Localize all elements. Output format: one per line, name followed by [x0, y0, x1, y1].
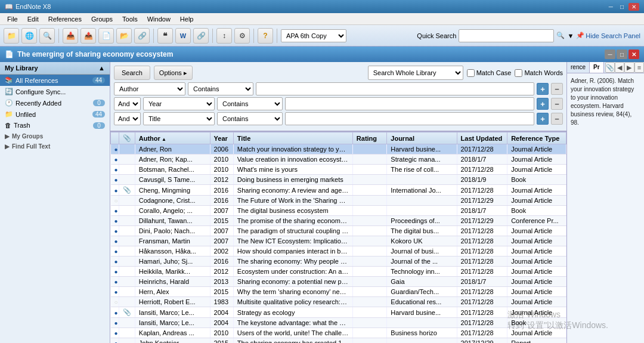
col-header-title[interactable]: Title — [233, 132, 352, 144]
col-header-author[interactable]: Author — [135, 132, 210, 144]
reference-table-container[interactable]: 📎 Author Year Title Rating Journal Last … — [110, 132, 566, 343]
row-title: Sharing economy: a potential new pathway… — [233, 277, 352, 287]
criteria-3-remove-btn[interactable]: − — [551, 113, 563, 125]
toolbar-url-btn[interactable]: 🔗 — [134, 28, 150, 44]
sidebar-item-trash[interactable]: 🗑 Trash 0 — [0, 120, 110, 131]
table-row[interactable]: ● Botsman, Rachel... 2010 What's mine is… — [111, 165, 566, 175]
table-row[interactable]: ○ Codagnone, Crist... 2016 The Future of… — [111, 196, 566, 206]
minimize-button[interactable]: ─ — [606, 3, 615, 11]
criteria-2-add-btn[interactable]: + — [537, 98, 549, 110]
table-row[interactable]: ● Adner, Ron 2006 Match your innovation … — [111, 144, 566, 154]
table-row[interactable]: ● Heinrichs, Harald 2013 Sharing economy… — [111, 277, 566, 287]
table-row[interactable]: ● Adner, Ron; Kap... 2010 Value creation… — [111, 154, 566, 165]
table-row[interactable]: ● Fransman, Martin 2007 The New ICT Ecos… — [111, 236, 566, 246]
quick-search-input[interactable] — [459, 29, 554, 42]
search-execute-button[interactable]: Search — [114, 66, 150, 80]
table-row[interactable]: ● 📎 Cheng, Mingming 2016 Sharing economy… — [111, 185, 566, 196]
sidebar-section-my-groups[interactable]: ▶ My Groups — [0, 131, 110, 141]
sidebar-item-all-references[interactable]: 📚 All References 44 — [0, 75, 110, 86]
toolbar-web-btn[interactable]: 🌐 — [21, 28, 37, 44]
toolbar-export-btn[interactable]: 📤 — [80, 28, 96, 44]
criteria-3-value[interactable] — [285, 112, 534, 125]
menu-references[interactable]: References — [44, 15, 86, 23]
tab-reference[interactable]: rence — [567, 62, 590, 73]
style-select[interactable]: APA 6th Copy APA 6th Chicago — [281, 29, 346, 42]
table-row[interactable]: ● Hern, Alex 2015 Why the term 'sharing … — [111, 287, 566, 297]
criteria-2-value[interactable] — [285, 97, 534, 110]
table-row[interactable]: ● John Koetsier 2015 The sharing economy… — [111, 338, 566, 344]
toolbar-settings-btn[interactable]: ⚙ — [234, 28, 250, 44]
toolbar-sync-btn[interactable]: ↕ — [216, 28, 232, 44]
table-row[interactable]: ● Kaplan, Andreas ... 2010 Users of the … — [111, 328, 566, 338]
menu-window[interactable]: Window — [143, 15, 175, 23]
table-row[interactable]: ● Håkansson, Håka... 2002 How should com… — [111, 246, 566, 257]
table-row[interactable]: ● Iansiti, Marco; Le... 2004 The keyston… — [111, 318, 566, 328]
match-words-checkbox[interactable] — [515, 69, 522, 77]
sidebar-item-configure-sync[interactable]: 🔄 Configure Sync... — [0, 86, 110, 97]
window-minimize-btn[interactable]: ─ — [605, 50, 615, 59]
sidebar-item-recently-added[interactable]: 🕐 Recently Added 0 — [0, 97, 110, 109]
maximize-button[interactable]: □ — [618, 3, 626, 11]
col-header-journal[interactable]: Journal — [387, 132, 457, 144]
hide-search-panel-btn[interactable]: 📌 Hide Search Panel — [576, 32, 640, 39]
table-row[interactable]: ● Corallo, Angelo; ... 2007 The digital … — [111, 206, 566, 216]
criteria-1-value[interactable] — [256, 82, 534, 95]
criteria-3-operator[interactable]: ContainsIs — [217, 112, 283, 125]
tab-forward-btn[interactable]: ▶ — [624, 62, 634, 73]
tab-back-btn[interactable]: ◀ — [615, 62, 624, 73]
menu-help[interactable]: Help — [175, 15, 199, 23]
col-header-rating[interactable]: Rating — [352, 132, 386, 144]
toolbar-folder-btn[interactable]: 📂 — [116, 28, 132, 44]
criteria-1-remove-btn[interactable]: − — [551, 83, 563, 95]
row-year: 2016 — [210, 196, 233, 206]
window-close-btn[interactable]: ✕ — [628, 50, 639, 59]
table-row[interactable]: ● Dillahunt, Tawan... 2015 The promise o… — [111, 216, 566, 226]
toolbar-help-btn[interactable]: ? — [258, 28, 273, 44]
table-row[interactable]: ● 📎 Iansiti, Marco; Le... 2004 Strategy … — [111, 307, 566, 318]
criteria-2-remove-btn[interactable]: − — [551, 98, 563, 110]
toolbar-pdf-btn[interactable]: 📄 — [98, 28, 114, 44]
search-arrow-icon[interactable]: ▼ — [567, 32, 574, 39]
menu-edit[interactable]: Edit — [23, 15, 44, 23]
criteria-3-field[interactable]: TitleAuthorYear — [143, 112, 215, 125]
col-header-year[interactable]: Year — [210, 132, 233, 144]
criteria-2-logic[interactable]: AndOrNot — [114, 97, 141, 110]
table-row[interactable]: ○ Herriott, Robert E... 1983 Multisite q… — [111, 297, 566, 307]
sidebar-section-find-full-text[interactable]: ▶ Find Full Text — [0, 141, 110, 151]
toolbar-word-btn[interactable]: W — [175, 28, 191, 44]
menu-tools[interactable]: Tools — [117, 15, 143, 23]
library-select[interactable]: Search Whole Library Search Selected Gro… — [368, 66, 463, 80]
sidebar-collapse-icon[interactable]: ▲ — [98, 64, 105, 72]
table-row[interactable]: ● Heikkila, Marikk... 2012 Ecosystem und… — [111, 267, 566, 277]
col-header-ref-type[interactable]: Reference Type — [507, 132, 566, 144]
options-button[interactable]: Options ▸ — [154, 66, 193, 80]
tab-menu-btn[interactable]: ≡ — [634, 62, 644, 73]
tab-attach-icon[interactable]: 📎 — [605, 62, 615, 73]
menu-groups[interactable]: Groups — [86, 15, 117, 23]
criteria-1-field[interactable]: AuthorYearTitleJournal — [114, 82, 185, 95]
col-header-indicator[interactable] — [111, 132, 119, 144]
menu-file[interactable]: File — [2, 15, 23, 23]
toolbar-link-btn[interactable]: 🔗 — [193, 28, 209, 44]
col-header-attach[interactable]: 📎 — [119, 132, 135, 144]
criteria-1-operator[interactable]: ContainsIsStarts with — [188, 82, 253, 95]
toolbar-quote-btn[interactable]: ❝ — [157, 28, 173, 44]
search-toolbar-icon[interactable]: 🔍 — [556, 32, 565, 39]
toolbar-open-btn[interactable]: 📁 — [4, 28, 19, 44]
match-case-checkbox[interactable] — [467, 69, 475, 77]
sidebar-item-unfiled[interactable]: 📁 Unfiled 44 — [0, 109, 110, 120]
criteria-2-operator[interactable]: ContainsIs — [217, 97, 283, 110]
toolbar-search-btn[interactable]: 🔍 — [39, 28, 55, 44]
col-header-last-updated[interactable]: Last Updated — [457, 132, 507, 144]
table-row[interactable]: ● Cavusgil, S Tame... 2012 Doing busines… — [111, 175, 566, 185]
close-button[interactable]: ✕ — [628, 3, 639, 11]
window-maximize-btn[interactable]: □ — [617, 50, 627, 59]
criteria-3-logic[interactable]: AndOrNot — [114, 112, 141, 125]
criteria-2-field[interactable]: YearAuthorTitle — [143, 97, 215, 110]
toolbar-import-btn[interactable]: 📥 — [63, 28, 78, 44]
table-row[interactable]: ● Hamari, Juho; Sj... 2016 The sharing e… — [111, 257, 566, 267]
criteria-3-add-btn[interactable]: + — [537, 113, 549, 125]
criteria-1-add-btn[interactable]: + — [537, 83, 549, 95]
tab-preview[interactable]: Pr — [590, 62, 604, 73]
table-row[interactable]: ● Dini, Paolo; Nach... 2007 The paradigm… — [111, 226, 566, 236]
